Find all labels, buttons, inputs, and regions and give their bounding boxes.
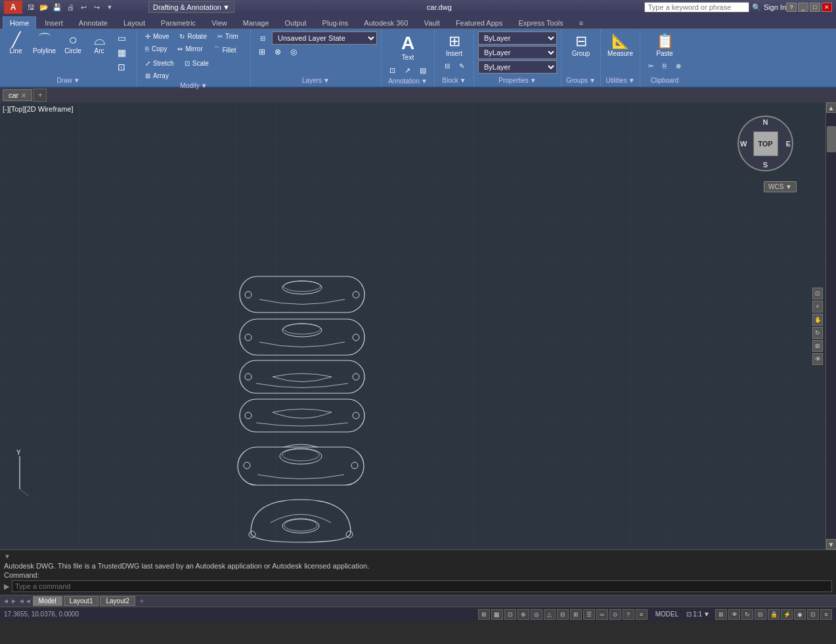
viewport[interactable]: [-][Top][2D Wireframe] N S E W TOP WCS ▼… [0,102,836,549]
lw-button[interactable]: ═ [596,609,608,620]
block-expand-icon[interactable]: ▼ [460,77,466,84]
copy-button[interactable]: ⎘ Copy [141,44,171,54]
close-button[interactable]: ✕ [822,3,832,12]
model-tab-layout2[interactable]: Layout2 [100,596,135,606]
move-button[interactable]: ✛ Move [141,32,173,41]
ducs-button[interactable]: ⊞ [570,609,582,620]
tab-nav-prev[interactable]: ◄ [3,597,9,605]
layer-match-button[interactable]: ⊞ [255,46,269,58]
zoom-window-button[interactable]: ⊞ [812,340,823,352]
qp-button[interactable]: ? [623,609,634,620]
circle-button[interactable]: ○ Circle [61,32,85,56]
qat-dropdown[interactable]: ▼ [104,1,116,13]
properties-expand-icon[interactable]: ▼ [530,77,537,84]
redo-button[interactable]: ↪ [91,1,102,13]
match-prop-button[interactable]: ⊗ [672,61,685,71]
app-menu-button[interactable]: A [4,1,22,14]
new-tab-button[interactable]: + [33,89,47,102]
polar-button[interactable]: ◎ [531,609,542,620]
annotation-expand-icon[interactable]: ▼ [421,77,428,85]
scale-dropdown[interactable]: ▼ [703,611,710,618]
fillet-button[interactable]: ⌒ Fillet [209,44,240,56]
scale-value[interactable]: 1:1 [693,611,702,618]
sc-button[interactable]: ≡ [636,609,648,620]
document-tab-car[interactable]: car ✕ [3,89,32,101]
toolbar-lock-button[interactable]: 🔒 [768,609,780,620]
rectangle-button[interactable]: ▭ [114,32,133,45]
osnap-button[interactable]: △ [544,609,556,620]
array-button[interactable]: ⊞ Array [141,71,173,81]
hardware-accel-button[interactable]: ⚡ [781,609,793,620]
tab-annotate[interactable]: Annotate [72,16,115,29]
tab-vault[interactable]: Vault [417,16,447,29]
plot-button[interactable]: 🖨 [64,1,76,13]
copy-clip-button[interactable]: ⎘ [659,61,671,71]
tp-button[interactable]: ⊙ [609,609,621,620]
zoom-in-button[interactable]: + [812,301,823,312]
cmdline-input[interactable] [12,580,832,592]
arc-button[interactable]: ⌓ Arc [87,32,111,56]
sign-in-label[interactable]: Sign In [764,3,786,11]
hatch-button[interactable]: ▦ [114,46,133,59]
minimize-button[interactable]: _ [798,3,808,12]
scroll-down-button[interactable]: ▼ [826,539,837,549]
model-tab-layout1[interactable]: Layout1 [64,596,99,606]
utilities-expand-icon[interactable]: ▼ [628,77,635,84]
layers-expand-icon[interactable]: ▼ [323,77,330,84]
pan-button[interactable]: ✋ [812,314,823,326]
layer-off-button[interactable]: ⊗ [271,46,285,58]
paste-button[interactable]: 📋 Paste [653,32,676,58]
model-label[interactable]: MODEL [655,611,679,618]
otrack-button[interactable]: ⊟ [557,609,569,620]
grid-button[interactable]: ▦ [491,609,503,620]
viewport-label[interactable]: [-][Top][2D Wireframe] [3,105,74,113]
tab-insert[interactable]: Insert [37,16,70,29]
measure-button[interactable]: 📐 Measure [605,32,636,58]
wcs-button[interactable]: WCS ▼ [764,181,797,192]
draw-expand-icon[interactable]: ▼ [74,77,80,84]
leader-button[interactable]: ↗ [401,65,414,76]
cut-button[interactable]: ✂ [644,61,657,71]
create-block-button[interactable]: ⊟ [441,61,454,71]
rotate-button[interactable]: ↻ Rotate [175,32,210,41]
dyn-button[interactable]: ☰ [583,609,595,620]
annotation-visibility-button[interactable]: 👁 [728,609,740,620]
dim-button[interactable]: ⊡ [385,65,399,76]
search-button[interactable]: 🔍 [752,3,761,12]
scroll-up-button[interactable]: ▲ [826,102,837,113]
tab-express[interactable]: Express Tools [511,16,570,29]
insert-button[interactable]: ⊞ Insert [443,32,466,58]
save-button[interactable]: 💾 [51,1,63,13]
doc-tab-close[interactable]: ✕ [21,92,26,99]
tab-featured[interactable]: Featured Apps [449,16,510,29]
scroll-thumb-v[interactable] [827,126,836,152]
zoom-extents-button[interactable]: ⊡ [812,288,823,299]
tab-autodesk360[interactable]: Autodesk 360 [357,16,415,29]
help-button[interactable]: ? [786,3,797,12]
tab-plugins[interactable]: Plug-ins [315,16,356,29]
customize-button[interactable]: ≡ [820,609,832,620]
fullscreen-button[interactable]: ⊡ [807,609,819,620]
trim-button[interactable]: ✂ Trim [213,32,242,41]
lineweight-dropdown[interactable]: ByLayer [478,60,557,74]
viewcube-top-face[interactable]: TOP [753,131,778,156]
model-space-button[interactable]: ⊞ [478,609,490,620]
tab-manage[interactable]: Manage [236,16,276,29]
tab-layout[interactable]: Layout [116,16,152,29]
maximize-button[interactable]: □ [810,3,820,12]
groups-expand-icon[interactable]: ▼ [589,77,596,84]
linetype-dropdown[interactable]: ByLayer [478,46,557,59]
model-tab-model[interactable]: Model [33,596,62,606]
annotation-sync-button[interactable]: ↻ [741,609,753,620]
scale-button[interactable]: ⊡ Scale [181,58,213,68]
table-button[interactable]: ▤ [416,65,430,76]
tab-parametric[interactable]: Parametric [154,16,203,29]
tab-nav-start[interactable]: ◄◄ [18,597,32,605]
scroll-track-v[interactable] [826,113,836,539]
layer-isolate-button[interactable]: ◎ [286,46,301,58]
add-layout-button[interactable]: + [139,596,144,606]
ortho-button[interactable]: ⊕ [517,609,529,620]
orbit-button[interactable]: ↻ [812,327,823,339]
polyline-button[interactable]: ⌒ Polyline [30,32,58,56]
layer-properties-button[interactable]: ⊟ [255,33,271,43]
